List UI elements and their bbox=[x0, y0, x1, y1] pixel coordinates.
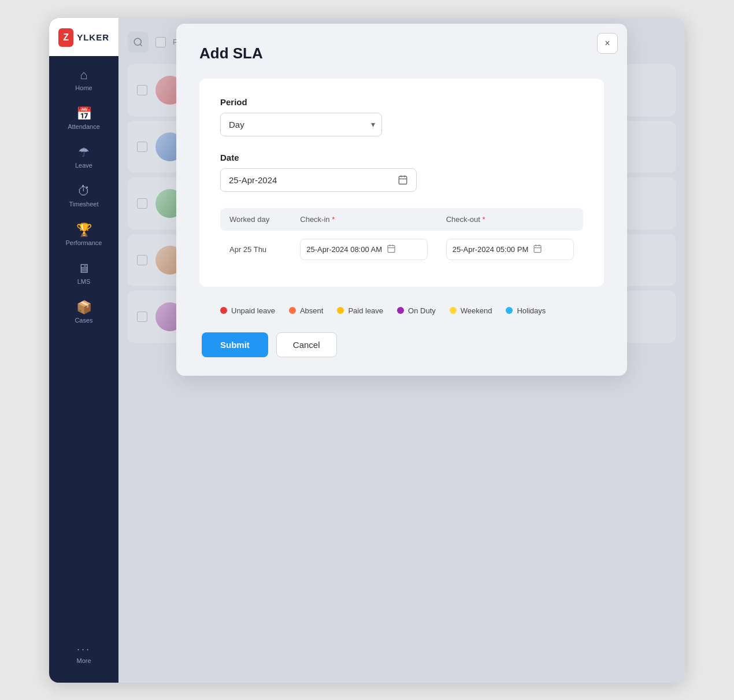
checkout-calendar-icon[interactable] bbox=[533, 244, 542, 255]
sidebar-label-attendance: Attendance bbox=[68, 123, 100, 130]
date-input[interactable] bbox=[220, 168, 417, 192]
sidebar: Z YLKER ⌂ Home 📅 Attendance ☂ Leave ⏱ Ti… bbox=[49, 18, 118, 683]
col-checkout: Check-out * bbox=[437, 208, 583, 231]
sidebar-label-performance: Performance bbox=[66, 239, 102, 246]
col-worked-day: Worked day bbox=[220, 208, 291, 231]
sla-table: Worked day Check-in * Check-out * bbox=[220, 208, 583, 268]
sidebar-label-home: Home bbox=[75, 84, 92, 91]
submit-button[interactable]: Submit bbox=[202, 332, 268, 357]
sidebar-item-home[interactable]: ⌂ Home bbox=[58, 62, 110, 98]
weekend-dot bbox=[450, 307, 457, 314]
legend-paid-leave: Paid leave bbox=[337, 306, 383, 315]
row-checkout-cell: 25-Apr-2024 05:00 PM bbox=[437, 231, 583, 268]
sidebar-item-leave[interactable]: ☂ Leave bbox=[58, 139, 110, 176]
cases-icon: 📦 bbox=[76, 301, 92, 314]
legend-weekend: Weekend bbox=[450, 306, 492, 315]
modal-title: Add SLA bbox=[199, 45, 604, 62]
leave-icon: ☂ bbox=[78, 146, 90, 159]
checkin-calendar-icon[interactable] bbox=[387, 244, 396, 255]
period-select[interactable]: Day Week Month bbox=[220, 113, 382, 136]
calendar-icon[interactable] bbox=[395, 172, 411, 188]
checkout-required-star: * bbox=[480, 215, 485, 224]
lms-icon: 🖥 bbox=[77, 262, 90, 275]
sidebar-nav: ⌂ Home 📅 Attendance ☂ Leave ⏱ Timesheet … bbox=[49, 56, 118, 331]
more-dots-icon: ··· bbox=[77, 644, 91, 654]
cancel-button[interactable]: Cancel bbox=[276, 332, 337, 357]
legend-on-duty: On Duty bbox=[397, 306, 436, 315]
period-select-wrapper: Day Week Month ▾ bbox=[220, 113, 382, 136]
svg-rect-2 bbox=[399, 176, 407, 184]
legend-bar: Unpaid leave Absent Paid leave On Duty bbox=[199, 298, 604, 323]
period-label: Period bbox=[220, 97, 583, 107]
date-input-wrapper bbox=[220, 168, 417, 192]
date-section: Date bbox=[220, 153, 583, 192]
table-row: Apr 25 Thu 25-Apr-2024 08:00 AM bbox=[220, 231, 583, 268]
sidebar-item-performance[interactable]: 🏆 Performance bbox=[58, 217, 110, 253]
legend-absent: Absent bbox=[289, 306, 323, 315]
add-sla-modal: Add SLA × Period Day Week Month bbox=[176, 24, 627, 376]
sidebar-label-lms: LMS bbox=[77, 278, 91, 285]
sidebar-label-leave: Leave bbox=[75, 162, 92, 169]
close-button[interactable]: × bbox=[597, 33, 618, 54]
paid-leave-dot bbox=[337, 307, 344, 314]
legend-unpaid-leave: Unpaid leave bbox=[220, 306, 275, 315]
checkout-datetime-input[interactable]: 25-Apr-2024 05:00 PM bbox=[446, 239, 574, 260]
timesheet-icon: ⏱ bbox=[77, 185, 90, 198]
app-logo: Z YLKER bbox=[49, 18, 118, 56]
row-checkin-cell: 25-Apr-2024 08:00 AM bbox=[291, 231, 436, 268]
on-duty-dot bbox=[397, 307, 404, 314]
home-icon: ⌂ bbox=[80, 69, 87, 82]
modal-overlay: Add SLA × Period Day Week Month bbox=[118, 18, 685, 683]
sidebar-label-more: More bbox=[76, 657, 91, 664]
svg-rect-10 bbox=[534, 245, 541, 252]
checkin-required-star: * bbox=[330, 215, 335, 224]
sidebar-item-cases[interactable]: 📦 Cases bbox=[58, 294, 110, 331]
absent-dot bbox=[289, 307, 296, 314]
sidebar-item-attendance[interactable]: 📅 Attendance bbox=[58, 101, 110, 137]
logo-name: YLKER bbox=[77, 32, 109, 42]
period-section: Period Day Week Month ▾ bbox=[220, 97, 583, 136]
svg-rect-6 bbox=[388, 245, 395, 252]
logo-icon: Z bbox=[58, 28, 73, 47]
sidebar-label-timesheet: Timesheet bbox=[69, 201, 99, 208]
performance-icon: 🏆 bbox=[76, 224, 92, 236]
sidebar-item-more[interactable]: ··· More bbox=[58, 637, 110, 671]
unpaid-leave-dot bbox=[220, 307, 227, 314]
holidays-dot bbox=[506, 307, 513, 314]
sidebar-label-cases: Cases bbox=[75, 317, 92, 324]
attendance-icon: 📅 bbox=[76, 108, 92, 120]
legend-holidays: Holidays bbox=[506, 306, 546, 315]
checkin-datetime-input[interactable]: 25-Apr-2024 08:00 AM bbox=[300, 239, 427, 260]
modal-form-body: Period Day Week Month ▾ Date bbox=[199, 79, 604, 287]
sidebar-item-lms[interactable]: 🖥 LMS bbox=[58, 255, 110, 292]
date-label: Date bbox=[220, 153, 583, 162]
row-day-cell: Apr 25 Thu bbox=[220, 231, 291, 268]
row-day-label: Apr 25 Thu bbox=[229, 245, 266, 254]
main-content: Pho bbox=[118, 18, 685, 683]
sidebar-item-timesheet[interactable]: ⏱ Timesheet bbox=[58, 178, 110, 214]
col-checkin: Check-in * bbox=[291, 208, 436, 231]
modal-footer: Submit Cancel bbox=[199, 332, 604, 357]
